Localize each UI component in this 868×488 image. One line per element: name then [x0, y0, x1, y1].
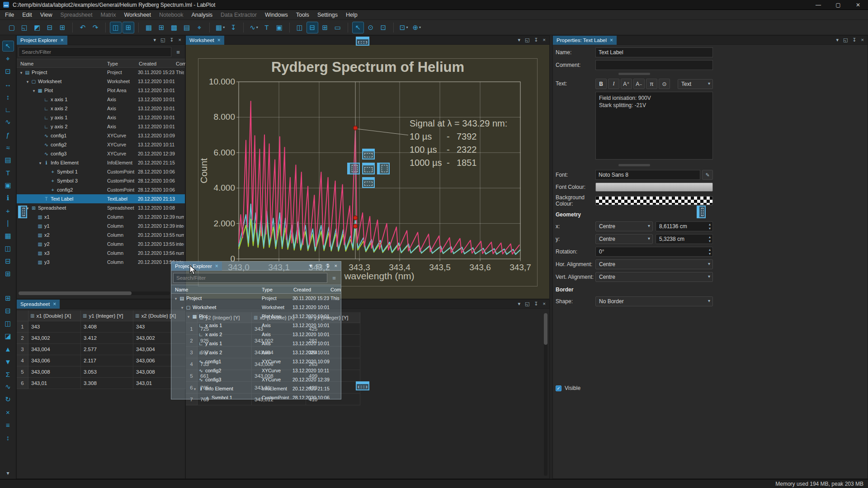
- tab-worksheet[interactable]: Worksheet ×: [186, 36, 224, 45]
- export-button[interactable]: ↧: [227, 22, 239, 33]
- save-button[interactable]: ◩: [31, 22, 43, 33]
- zoom-y-select-button[interactable]: ↕: [2, 91, 14, 102]
- tree-row[interactable]: ∿config1XYCurve13.12.2020 10:09: [171, 357, 341, 366]
- tree-row[interactable]: ▾▤ProjectProject30.11.2020 15:23This pro…: [171, 294, 341, 303]
- tree-row[interactable]: ∟x axis 1Axis13.12.2020 10:01: [171, 321, 341, 330]
- table-cell[interactable]: 343,004: [28, 344, 81, 355]
- add-curve-button[interactable]: ∿▾: [248, 22, 260, 33]
- new-matrix-button[interactable]: ▩: [168, 22, 180, 33]
- add-plot-area-button[interactable]: ▦: [2, 230, 14, 241]
- filter-options-icon[interactable]: ≡: [329, 273, 339, 283]
- background-colour-swatch[interactable]: [595, 196, 713, 205]
- menu-matrix[interactable]: Matrix: [96, 10, 120, 20]
- insert-row-button[interactable]: ⊞: [2, 293, 14, 304]
- print-button[interactable]: ⊟: [44, 22, 56, 33]
- add-image-button[interactable]: ▣: [2, 180, 14, 191]
- expander-icon[interactable]: ▾: [19, 68, 24, 77]
- collapse-icon[interactable]: ▾: [153, 38, 156, 42]
- pin-icon[interactable]: ↧: [852, 38, 856, 42]
- layout-grid-button[interactable]: ⊞: [319, 22, 331, 33]
- reload-button[interactable]: ↻: [2, 394, 14, 405]
- expander-icon[interactable]: ▾: [173, 294, 179, 303]
- print-preview-button[interactable]: ⊞: [57, 22, 68, 33]
- statistics-button[interactable]: Σ: [2, 369, 14, 380]
- close-button[interactable]: ✕: [848, 0, 868, 10]
- column-header[interactable]: ▥y1 {Integer} [Y]: [81, 310, 133, 321]
- menu-worksheet[interactable]: Worksheet: [120, 10, 156, 20]
- subscript-button[interactable]: A₋: [633, 79, 645, 89]
- symbol-button[interactable]: π: [646, 79, 657, 89]
- tree-column-headers[interactable]: Name Type Created Commen: [17, 59, 185, 68]
- add-legend-button[interactable]: ▤: [2, 155, 14, 165]
- table-cell[interactable]: 2.577: [81, 344, 133, 355]
- italic-button[interactable]: I: [608, 79, 619, 89]
- menu-edit[interactable]: Edit: [18, 10, 36, 20]
- datetime-button[interactable]: ⊙: [659, 79, 670, 89]
- float-icon[interactable]: ◱: [843, 38, 848, 42]
- clear-button[interactable]: ×: [2, 407, 14, 418]
- float-icon[interactable]: ◱: [525, 38, 529, 42]
- tree-row[interactable]: ∟x axis 2Axis13.12.2020 10:01: [17, 104, 185, 113]
- visible-checkbox[interactable]: ✓: [556, 385, 561, 391]
- text-mode-combo[interactable]: Text: [678, 79, 713, 89]
- menu-analysis[interactable]: Analysis: [188, 10, 217, 20]
- font-edit-icon[interactable]: ✎: [702, 170, 713, 180]
- tree-row[interactable]: ▾▤ProjectProject30.11.2020 15:23This pro…: [17, 68, 185, 77]
- add-plot-button[interactable]: ▦▾: [214, 22, 226, 33]
- add-curve-button[interactable]: ∿: [2, 117, 14, 127]
- tree-row[interactable]: ∟x axis 1Axis13.12.2020 10:01: [17, 95, 185, 104]
- tree-row[interactable]: ▾▢WorksheetWorksheet13.12.2020 10:01: [17, 77, 185, 86]
- collapse-icon[interactable]: ▾: [518, 38, 520, 42]
- x-position-combo[interactable]: Centre: [595, 221, 653, 231]
- expander-icon[interactable]: ▾: [192, 385, 198, 394]
- tree-row[interactable]: ∿config1XYCurve13.12.2020 10:09: [17, 131, 185, 140]
- tree-row[interactable]: ∿config2XYCurve13.12.2020 10:11: [17, 140, 185, 149]
- font-colour-swatch[interactable]: [595, 183, 713, 192]
- add-image-button[interactable]: ▣: [274, 22, 285, 33]
- vertical-layout-button[interactable]: ◫: [2, 243, 14, 254]
- data-picker-button[interactable]: ⌖: [193, 22, 205, 33]
- close-icon[interactable]: ×: [217, 38, 221, 43]
- info-element-label[interactable]: Signal at λ = 343.29 nm: 10 µs-7392100 µ…: [410, 117, 523, 169]
- tree-row[interactable]: ▾▢WorksheetWorksheet13.12.2020 10:01: [171, 303, 341, 312]
- tree-row[interactable]: TText LabelTextLabel20.12.2020 21:13: [17, 194, 185, 203]
- resize-grip[interactable]: [618, 164, 650, 166]
- menu-file[interactable]: File: [1, 10, 18, 20]
- zoom-x-select-button[interactable]: ↔: [2, 79, 14, 89]
- column-header[interactable]: ▥x1 {Double} [X]: [28, 310, 81, 321]
- add-axis-button[interactable]: ∟: [2, 104, 14, 115]
- row-number[interactable]: 2: [17, 333, 28, 344]
- menu-settings[interactable]: Settings: [313, 10, 342, 20]
- new-document-button[interactable]: ▢: [6, 22, 18, 33]
- font-field[interactable]: [595, 170, 700, 180]
- add-info-element-button[interactable]: ℹ: [2, 192, 14, 203]
- pointer-mode-button[interactable]: ↖: [352, 22, 364, 33]
- zoom-select-button[interactable]: ⊡▾: [398, 22, 410, 33]
- tab-spreadsheet[interactable]: Spreadsheet ×: [17, 300, 60, 309]
- expander-icon[interactable]: ▾: [25, 77, 30, 86]
- maximize-button[interactable]: ▢: [828, 0, 848, 10]
- table-cell[interactable]: 3.053: [81, 366, 133, 378]
- zoom-fit-button[interactable]: ⊡: [377, 22, 389, 33]
- float-icon[interactable]: ◱: [525, 301, 529, 306]
- horizontal-scrollbar[interactable]: [19, 291, 170, 295]
- y-position-combo[interactable]: Centre: [595, 234, 653, 244]
- add-text-button[interactable]: T: [261, 22, 273, 33]
- sort-descending-button[interactable]: ▼: [2, 356, 14, 367]
- close-icon[interactable]: ×: [53, 301, 56, 307]
- tree-row[interactable]: ▥x2Column20.12.2020 13:55numerical: [17, 230, 185, 239]
- expand-button[interactable]: ↕: [2, 432, 14, 443]
- open-file-button[interactable]: ◱: [19, 22, 30, 33]
- layout-vertical-button[interactable]: ◫: [294, 22, 306, 33]
- pin-icon[interactable]: ↧: [170, 38, 174, 42]
- layout-horizontal-button[interactable]: ⊟: [307, 22, 318, 33]
- table-cell[interactable]: 3.408: [81, 321, 133, 333]
- tree-row[interactable]: ▾ℹInfo ElementInfoElement20.12.2020 21:1…: [171, 384, 341, 393]
- insert-column-button[interactable]: ◫: [2, 318, 14, 329]
- table-cell[interactable]: 343,008: [28, 366, 81, 378]
- bold-button[interactable]: B: [595, 79, 607, 89]
- x-position-spinner[interactable]: 8,61136 cm▴▾: [656, 221, 713, 231]
- close-icon[interactable]: ×: [543, 301, 546, 306]
- close-icon[interactable]: ×: [61, 38, 64, 43]
- redo-button[interactable]: ↷: [90, 22, 101, 33]
